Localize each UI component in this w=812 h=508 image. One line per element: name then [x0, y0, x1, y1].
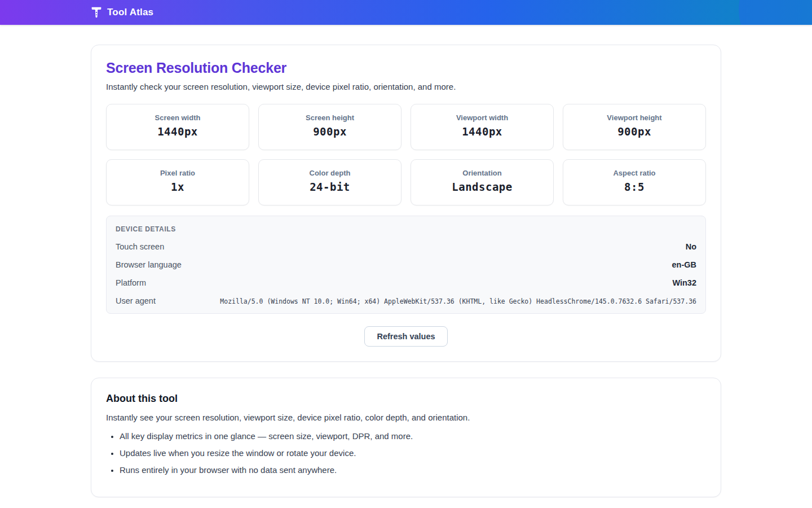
stat-card-screen-width: Screen width 1440px [106, 104, 249, 150]
device-row-browser-language: Browser language en-GB [116, 260, 696, 269]
stat-label: Screen width [112, 113, 243, 122]
device-row-label: Touch screen [116, 242, 164, 251]
stat-value: Landscape [417, 181, 548, 193]
stat-value: 8:5 [569, 181, 700, 193]
stat-label: Viewport height [569, 113, 700, 122]
about-bullet: Updates live when you resize the window … [120, 448, 706, 458]
stat-label: Screen height [264, 113, 395, 122]
page-subtitle: Instantly check your screen resolution, … [106, 82, 706, 91]
stat-card-screen-height: Screen height 900px [258, 104, 401, 150]
about-bullet: All key display metrics in one glance — … [120, 431, 706, 441]
about-heading: About this tool [106, 393, 706, 405]
stats-grid: Screen width 1440px Screen height 900px … [106, 104, 706, 205]
stat-label: Viewport width [417, 113, 548, 122]
stat-card-viewport-height: Viewport height 900px [563, 104, 706, 150]
device-row-value: No [686, 242, 696, 251]
device-details-panel: DEVICE DETAILS Touch screen No Browser l… [106, 216, 706, 314]
device-details-heading: DEVICE DETAILS [116, 225, 696, 233]
about-card: About this tool Instantly see your scree… [91, 378, 721, 497]
stat-label: Pixel ratio [112, 169, 243, 177]
stat-label: Color depth [264, 169, 395, 177]
device-row-value: Win32 [672, 278, 696, 287]
device-row-label: User agent [116, 296, 156, 305]
about-bullet: Runs entirely in your browser with no da… [120, 465, 706, 475]
device-row-touch-screen: Touch screen No [116, 242, 696, 251]
about-description: Instantly see your screen resolution, vi… [106, 413, 706, 422]
stat-value: 1440px [112, 125, 243, 138]
header-decor-circle [739, 0, 812, 25]
device-row-label: Browser language [116, 260, 182, 269]
stat-card-viewport-width: Viewport width 1440px [411, 104, 554, 150]
main-content: Screen Resolution Checker Instantly chec… [91, 45, 721, 508]
user-agent-value: Mozilla/5.0 (Windows NT 10.0; Win64; x64… [220, 297, 696, 305]
refresh-values-button[interactable]: Refresh values [364, 326, 447, 347]
stat-value: 900px [264, 125, 395, 138]
stat-card-color-depth: Color depth 24-bit [258, 159, 401, 205]
page-title: Screen Resolution Checker [106, 60, 706, 76]
stat-card-pixel-ratio: Pixel ratio 1x [106, 159, 249, 205]
button-row: Refresh values [106, 326, 706, 347]
about-bullet-list: All key display metrics in one glance — … [106, 431, 706, 475]
tool-hammer-icon [91, 6, 102, 19]
device-row-value: en-GB [672, 260, 697, 269]
stat-value: 1x [112, 181, 243, 193]
stat-label: Aspect ratio [569, 169, 700, 177]
brand-link[interactable]: Tool Atlas [91, 6, 153, 19]
device-row-label: Platform [116, 278, 146, 287]
brand-name: Tool Atlas [107, 7, 153, 18]
stat-value: 24-bit [264, 181, 395, 193]
stat-card-orientation: Orientation Landscape [411, 159, 554, 205]
stat-value: 900px [569, 125, 700, 138]
stat-card-aspect-ratio: Aspect ratio 8:5 [563, 159, 706, 205]
device-row-user-agent: User agent Mozilla/5.0 (Windows NT 10.0;… [116, 296, 696, 305]
stat-label: Orientation [417, 169, 548, 177]
stat-value: 1440px [417, 125, 548, 138]
tool-card: Screen Resolution Checker Instantly chec… [91, 45, 721, 362]
site-header: Tool Atlas [0, 0, 812, 25]
device-row-platform: Platform Win32 [116, 278, 696, 287]
